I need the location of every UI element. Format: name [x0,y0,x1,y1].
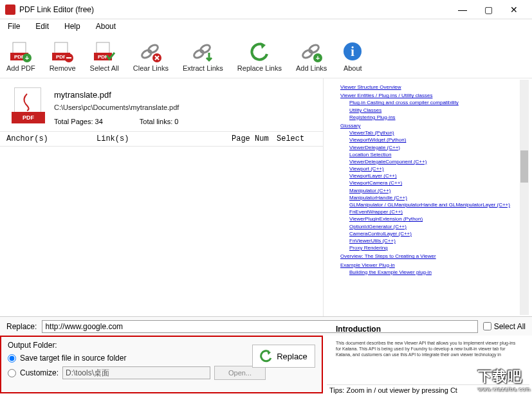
maximize-button[interactable]: ▢ [475,1,501,19]
doc-link[interactable]: Utility Classes [349,107,516,114]
link-add-icon: + [300,40,323,63]
open-folder-button[interactable]: Open... [214,366,266,380]
doc-link[interactable]: Manipulator (C++) [349,187,516,194]
doc-link[interactable]: ViewportWidget (Python) [349,136,516,143]
add-pdf-button[interactable]: PDF+ Add PDF [6,40,35,72]
svg-rect-9 [66,57,71,59]
doc-link[interactable]: Proxy Rendering [349,244,516,251]
menubar: File Edit Help About [0,19,532,33]
svg-point-16 [193,48,205,59]
select-all-button[interactable]: PDF Select All [90,40,119,72]
col-page[interactable]: Page Num [229,133,274,145]
output-folder-panel: Output Folder: Save target file in sourc… [0,336,323,393]
file-info: PDF mytranslate.pdf C:\Users\pc\Document… [0,78,323,131]
doc-link[interactable]: ViewerPluginExtension (Python) [349,215,516,222]
replace-button[interactable]: Replace [252,345,315,368]
total-pages: Total Pages: 34 [54,118,138,125]
customize-radio[interactable] [8,369,16,377]
col-link[interactable]: Link(s) [94,133,229,145]
file-path: C:\Users\pc\Documents\mytranslate.pdf [54,104,179,111]
doc-link[interactable]: Viewer Entities / Plug-ins / Utility cla… [340,92,516,99]
doc-link[interactable]: ViewerDelegate (C++) [349,144,516,151]
about-button[interactable]: i About [341,40,364,72]
doc-link[interactable]: CameraControlLayer (C++) [349,230,516,237]
doc-link[interactable]: Location Selection [349,151,516,158]
intro-body: This document describes the new Viewer A… [336,340,522,357]
doc-link[interactable]: Viewport (C++) [349,165,516,172]
link-replace-icon [248,40,271,63]
col-anchor[interactable]: Anchor(s) [4,133,94,145]
pdf-add-icon: PDF+ [9,40,32,63]
minimize-button[interactable]: — [450,1,475,19]
replace-arrow-icon [260,350,273,363]
link-extract-icon [191,40,214,63]
pdf-file-icon: PDF [12,87,45,126]
info-icon: i [341,40,364,63]
close-button[interactable]: ✕ [501,1,527,19]
svg-point-14 [147,43,160,54]
clear-links-button[interactable]: Clear Links [133,40,169,72]
total-links: Total links: 0 [140,118,179,125]
intro-heading: Introduction [336,325,522,334]
titlebar: PDF Link Editor (free) — ▢ ✕ [0,0,532,19]
pdf-remove-icon: PDF [51,40,74,63]
doc-link[interactable]: GLManipulator / GLManipulatorHandle and … [349,201,516,208]
doc-link[interactable]: ManipulatorHandle (C++) [349,194,516,201]
svg-point-13 [141,48,153,59]
menu-edit[interactable]: Edit [35,22,49,31]
svg-point-19 [308,43,320,54]
app-icon [5,4,15,15]
file-name: mytranslate.pdf [54,90,179,100]
svg-text:+: + [316,54,320,62]
doc-link[interactable]: FnViewerUtils (C++) [349,237,516,244]
doc-link[interactable]: Plug-in Casting and cross compiler compa… [349,99,516,106]
pdf-check-icon: PDF [93,40,116,63]
doc-link[interactable]: ViewportLayer (C++) [349,172,516,179]
doc-link[interactable]: ViewportCamera (C++) [349,179,516,186]
doc-link[interactable]: OptionIdGenerator (C++) [349,223,516,230]
table-body [0,147,323,316]
replace-label: Replace: [6,322,37,331]
customize-path-input[interactable] [62,366,210,379]
link-clear-icon [139,40,162,63]
svg-text:+: + [25,54,29,62]
doc-link[interactable]: Overview: The Steps to Creating a Viewer [340,253,516,260]
svg-text:PDF: PDF [98,54,108,60]
window-title: PDF Link Editor (free) [19,5,450,14]
doc-link[interactable]: FnEventWrapper (C++) [349,208,516,215]
menu-help[interactable]: Help [64,22,80,31]
remove-button[interactable]: PDF Remove [50,40,76,72]
replace-links-button[interactable]: Replace Links [237,40,282,72]
doc-link[interactable]: Registering Plug-ins [349,114,516,121]
table-header: Anchor(s) Link(s) Page Num Select [0,131,323,147]
svg-point-18 [302,48,314,59]
doc-link[interactable]: ViewerDelegateComponent (C++) [349,158,516,165]
preview-scrollbar[interactable] [520,80,529,315]
col-select[interactable]: Select [274,133,313,145]
doc-link[interactable]: Glossary [340,122,516,129]
preview-pane: Viewer Structure OverviewViewer Entities… [323,78,529,316]
toolbar: PDF+ Add PDF PDF Remove PDF Select All C… [0,33,532,78]
doc-link[interactable]: ViewerTab (Python) [349,129,516,136]
add-links-button[interactable]: + Add Links [296,40,327,72]
doc-link[interactable]: Building the Example Viewer plug-in [349,269,516,276]
save-source-radio[interactable] [8,354,16,363]
menu-about[interactable]: About [96,22,116,31]
doc-link[interactable]: Example Viewer Plug-in [340,262,516,269]
doc-link[interactable]: Viewer Structure Overview [340,84,516,91]
extract-links-button[interactable]: Extract Links [183,40,223,72]
menu-file[interactable]: File [8,22,20,31]
svg-text:i: i [351,44,354,59]
svg-point-17 [199,43,212,54]
watermark: 下载吧 www.xiazaiba.com [478,367,531,392]
